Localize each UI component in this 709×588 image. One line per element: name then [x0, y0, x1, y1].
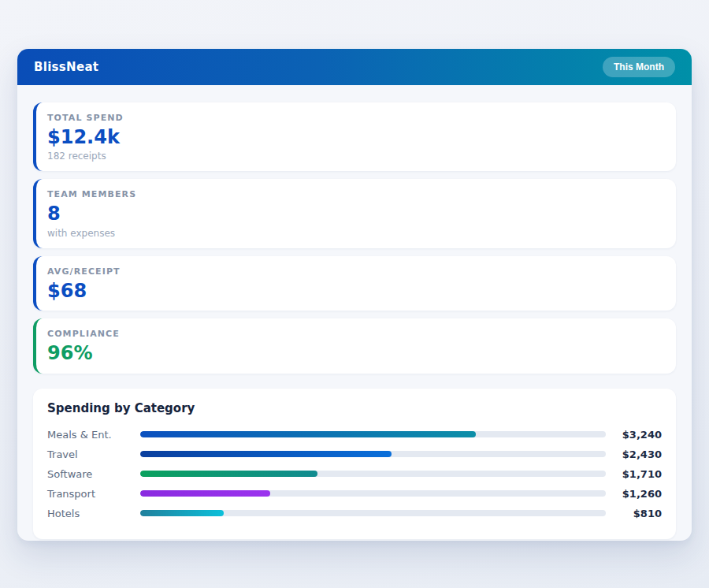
chart-row-meals: Meals & Ent. $3,240 [47, 425, 662, 445]
stat-value: $68 [47, 281, 662, 301]
spending-by-category-chart: Spending by Category Meals & Ent. $3,240… [33, 389, 676, 539]
bar-travel [140, 451, 392, 457]
chart-row-travel: Travel $2,430 [47, 445, 662, 464]
category-value: $2,430 [613, 448, 662, 460]
chart-row-software: Software $1,710 [47, 464, 662, 484]
chart-row-transport: Transport $1,260 [47, 484, 662, 504]
stat-card-team-members: TEAM MEMBERS 8 with expenses [33, 179, 676, 247]
bar-track [140, 451, 606, 457]
bar-track [140, 471, 606, 477]
category-label: Hotels [47, 508, 140, 519]
stat-value: 8 [47, 203, 662, 224]
chart-row-hotels: Hotels $810 [47, 504, 662, 523]
stat-card-avg-receipt: AVG/RECEIPT $68 [33, 256, 676, 311]
app-title: BlissNeat [34, 60, 98, 74]
category-label: Travel [47, 448, 140, 460]
chart-title: Spending by Category [47, 401, 662, 415]
category-value: $3,240 [613, 429, 662, 441]
stat-value: 96% [47, 343, 662, 363]
stat-label: AVG/RECEIPT [47, 266, 662, 277]
bar-software [140, 471, 317, 477]
dashboard-card: BlissNeat This Month TOTAL SPEND $12.4k … [17, 49, 692, 541]
stat-subtext: with expenses [47, 228, 662, 239]
category-label: Software [47, 468, 140, 480]
dashboard-body: TOTAL SPEND $12.4k 182 receipts TEAM MEM… [17, 85, 692, 539]
stat-label: TOTAL SPEND [47, 113, 662, 123]
category-label: Meals & Ent. [47, 429, 140, 441]
bar-transport [140, 490, 270, 497]
app-header: BlissNeat This Month [17, 49, 692, 85]
bar-track [140, 490, 606, 497]
category-value: $1,710 [613, 468, 662, 480]
bar-track [140, 431, 606, 437]
period-badge[interactable]: This Month [603, 57, 675, 77]
bar-hotels [140, 510, 224, 516]
stat-value: $12.4k [47, 127, 662, 147]
stat-card-total-spend: TOTAL SPEND $12.4k 182 receipts [33, 102, 676, 171]
stat-label: COMPLIANCE [47, 329, 662, 339]
stat-subtext: 182 receipts [47, 151, 662, 162]
category-label: Transport [47, 488, 140, 500]
category-value: $1,260 [613, 488, 662, 500]
stat-label: TEAM MEMBERS [47, 189, 662, 199]
bar-track [140, 510, 606, 516]
stat-card-compliance: COMPLIANCE 96% [33, 318, 676, 373]
bar-meals [140, 431, 476, 437]
category-value: $810 [613, 508, 662, 519]
